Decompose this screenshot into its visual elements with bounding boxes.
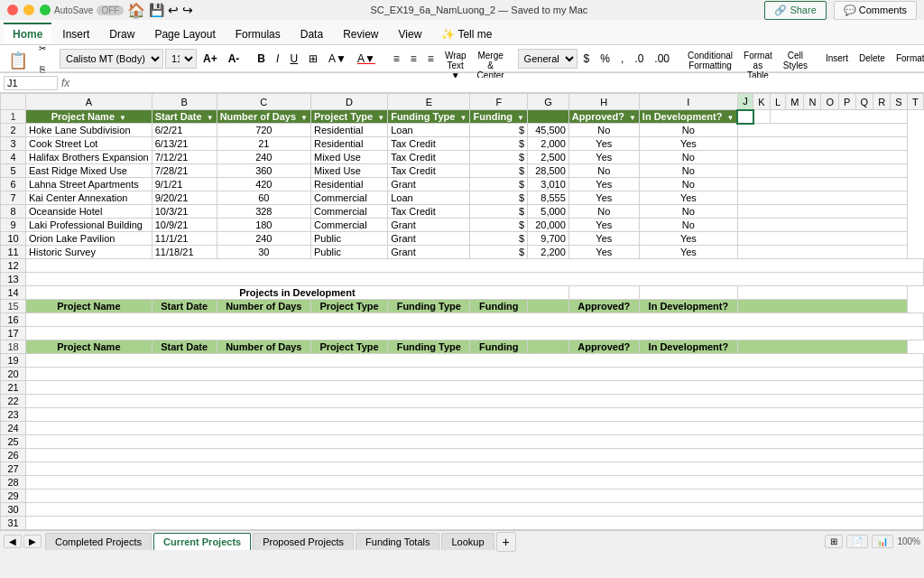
col-header-p[interactable]: P — [838, 94, 855, 110]
cell-d9[interactable]: Commercial — [310, 219, 387, 232]
align-left-button[interactable]: ≡ — [389, 49, 404, 69]
cell-e3[interactable]: Tax Credit — [388, 137, 470, 151]
cell-d2[interactable]: Residential — [310, 124, 387, 137]
cell-g1[interactable] — [528, 110, 569, 124]
cell-i11[interactable]: Yes — [639, 246, 737, 259]
cell-e18[interactable]: Funding Type — [388, 340, 470, 354]
col-header-t[interactable]: T — [907, 94, 923, 110]
col-header-k[interactable]: K — [753, 94, 771, 110]
increase-decimal-button[interactable]: .0 — [630, 49, 648, 69]
minimize-button[interactable] — [23, 5, 34, 15]
align-center-button[interactable]: ≡ — [406, 49, 421, 69]
comments-button[interactable]: 💬 Comments — [834, 1, 917, 20]
wrap-text-button[interactable]: Wrap Text ▼ — [440, 49, 471, 69]
cell-a1[interactable]: Project Name ▼ — [26, 110, 152, 124]
tab-page-layout[interactable]: Page Layout — [145, 23, 224, 44]
cell-c3[interactable]: 21 — [217, 137, 310, 151]
cell-f4[interactable]: $ — [470, 151, 528, 164]
cell-e7[interactable]: Loan — [388, 191, 470, 205]
cell-i2[interactable]: No — [639, 124, 737, 137]
toolbar-icon-home[interactable]: 🏠 — [127, 2, 145, 19]
delete-button[interactable]: Delete — [855, 49, 890, 69]
cell-styles-button[interactable]: Cell Styles — [779, 49, 812, 69]
tab-review[interactable]: Review — [334, 23, 387, 44]
font-color-button[interactable]: A▼ — [353, 49, 380, 69]
share-button[interactable]: 🔗 Share — [764, 1, 826, 20]
cell-c8[interactable]: 328 — [217, 205, 310, 219]
cell-i18[interactable]: In Development? — [639, 340, 737, 354]
cell-b18[interactable]: Start Date — [152, 340, 217, 354]
cell-e8[interactable]: Tax Credit — [388, 205, 470, 219]
cell-a15[interactable]: Project Name — [26, 300, 152, 313]
cell-a5[interactable]: East Ridge Mixed Use — [26, 164, 152, 178]
format-as-table-button[interactable]: Format as Table — [739, 49, 777, 69]
cell-d4[interactable]: Mixed Use — [310, 151, 387, 164]
cell-b6[interactable]: 9/1/21 — [152, 178, 217, 191]
cell-i1[interactable]: In Development? ▼ — [639, 110, 737, 124]
cell-f2[interactable]: $ — [470, 124, 528, 137]
toolbar-icon-undo[interactable]: ↩ — [168, 3, 179, 17]
col-header-f[interactable]: F — [470, 94, 528, 110]
cell-b2[interactable]: 6/2/21 — [152, 124, 217, 137]
italic-button[interactable]: I — [272, 49, 283, 69]
view-page-break-button[interactable]: 📊 — [872, 535, 893, 548]
increase-font-button[interactable]: A+ — [199, 49, 222, 69]
cell-f18[interactable]: Funding — [470, 340, 528, 354]
cell-b4[interactable]: 7/12/21 — [152, 151, 217, 164]
tab-draw[interactable]: Draw — [100, 23, 143, 44]
cell-d8[interactable]: Commercial — [310, 205, 387, 219]
format-button[interactable]: Format — [892, 49, 924, 69]
insert-button[interactable]: Insert — [821, 49, 853, 69]
cell-i6[interactable]: No — [639, 178, 737, 191]
cell-g3[interactable]: 2,000 — [528, 137, 569, 151]
toolbar-icon-save[interactable]: 💾 — [149, 3, 164, 17]
cell-g10[interactable]: 9,700 — [528, 232, 569, 246]
cell-f3[interactable]: $ — [470, 137, 528, 151]
cell-g18[interactable] — [528, 340, 569, 354]
maximize-button[interactable] — [40, 5, 51, 15]
cell-c1[interactable]: Number of Days ▼ — [217, 110, 310, 124]
cell-e4[interactable]: Tax Credit — [388, 151, 470, 164]
cell-f11[interactable]: $ — [470, 246, 528, 259]
bold-button[interactable]: B — [253, 49, 270, 69]
cell-a6[interactable]: Lahna Street Apartments — [26, 178, 152, 191]
col-header-e[interactable]: E — [388, 94, 470, 110]
cell-i3[interactable]: Yes — [639, 137, 737, 151]
decrease-decimal-button[interactable]: .00 — [650, 49, 674, 69]
cell-h5[interactable]: No — [568, 164, 639, 178]
cell-h6[interactable]: Yes — [568, 178, 639, 191]
cell-d7[interactable]: Commercial — [310, 191, 387, 205]
cell-i4[interactable]: No — [639, 151, 737, 164]
cell-e6[interactable]: Grant — [388, 178, 470, 191]
percent-button[interactable]: % — [596, 49, 614, 69]
sheet-tab-lookup[interactable]: Lookup — [441, 533, 494, 550]
cell-h18[interactable]: Approved? — [568, 340, 639, 354]
cell-e15[interactable]: Funding Type — [388, 300, 470, 313]
cell-g15[interactable] — [528, 300, 569, 313]
cell-i15[interactable]: In Development? — [639, 300, 737, 313]
font-family-select[interactable]: Calisto MT (Body) — [60, 49, 163, 69]
cell-e11[interactable]: Grant — [388, 246, 470, 259]
cell-g8[interactable]: 5,000 — [528, 205, 569, 219]
tab-nav-next[interactable]: ▶ — [23, 535, 42, 548]
cell-f7[interactable]: $ — [470, 191, 528, 205]
col-header-m[interactable]: M — [786, 94, 804, 110]
cell-h15[interactable]: Approved? — [568, 300, 639, 313]
close-button[interactable] — [7, 5, 18, 15]
cell-a4[interactable]: Halifax Brothers Expansion — [26, 151, 152, 164]
merge-center-button[interactable]: Merge & Center ▼ — [473, 49, 509, 69]
cell-i8[interactable]: No — [639, 205, 737, 219]
cell-f5[interactable]: $ — [470, 164, 528, 178]
cell-i10[interactable]: Yes — [639, 232, 737, 246]
cell-g4[interactable]: 2,500 — [528, 151, 569, 164]
sheet-tab-funding-totals[interactable]: Funding Totals — [356, 533, 439, 550]
cell-c7[interactable]: 60 — [217, 191, 310, 205]
tab-insert[interactable]: Insert — [53, 23, 98, 44]
decrease-font-button[interactable]: A- — [224, 49, 245, 69]
cell-b11[interactable]: 11/18/21 — [152, 246, 217, 259]
add-sheet-button[interactable]: + — [496, 532, 516, 552]
cell-a8[interactable]: Oceanside Hotel — [26, 205, 152, 219]
cell-i7[interactable]: Yes — [639, 191, 737, 205]
cell-e10[interactable]: Grant — [388, 232, 470, 246]
cell-c10[interactable]: 240 — [217, 232, 310, 246]
